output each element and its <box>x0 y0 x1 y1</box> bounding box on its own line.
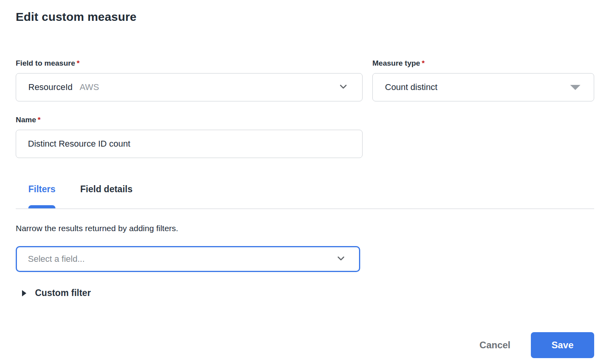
custom-filter-toggle[interactable]: Custom filter <box>16 288 91 298</box>
filter-field-select[interactable]: Select a field... <box>16 246 360 272</box>
field-to-measure-select[interactable]: ResourceId AWS <box>16 73 363 101</box>
field-to-measure-label-text: Field to measure <box>16 59 75 67</box>
field-to-measure-value: ResourceId <box>28 82 73 92</box>
measure-type-select[interactable]: Count distinct <box>372 73 594 101</box>
name-label-text: Name <box>16 116 36 124</box>
edit-custom-measure-dialog: Edit custom measure Field to measure* Re… <box>0 10 604 298</box>
required-asterisk: * <box>77 59 79 67</box>
tab-divider <box>16 208 594 209</box>
field-to-measure-label: Field to measure* <box>16 59 363 68</box>
field-to-measure-source-badge: AWS <box>80 82 99 92</box>
measure-type-group: Measure type* Count distinct <box>372 59 594 101</box>
measure-fields-row: Field to measure* ResourceId AWS Measure… <box>16 59 594 101</box>
custom-filter-label: Custom filter <box>35 288 91 298</box>
cancel-button[interactable]: Cancel <box>479 340 510 351</box>
filter-field-placeholder: Select a field... <box>28 254 85 264</box>
name-input[interactable] <box>16 130 363 158</box>
tab-filters[interactable]: Filters <box>28 184 55 208</box>
triangle-down-icon <box>570 85 580 90</box>
name-group: Name* <box>16 116 594 158</box>
triangle-right-icon <box>22 290 26 296</box>
measure-type-value: Count distinct <box>385 82 437 92</box>
chevron-down-icon <box>335 253 346 265</box>
tab-bar: Filters Field details <box>16 184 594 208</box>
field-to-measure-group: Field to measure* ResourceId AWS <box>16 59 363 101</box>
required-asterisk: * <box>38 116 41 124</box>
required-asterisk: * <box>422 59 424 67</box>
save-button[interactable]: Save <box>531 332 594 358</box>
name-label: Name* <box>16 116 594 124</box>
tab-field-details[interactable]: Field details <box>80 184 133 208</box>
page-title: Edit custom measure <box>16 10 594 24</box>
dialog-footer: Cancel Save <box>479 332 594 358</box>
measure-type-label: Measure type* <box>372 59 594 68</box>
chevron-down-icon <box>338 81 349 94</box>
measure-type-label-text: Measure type <box>372 59 420 67</box>
filters-description: Narrow the results returned by adding fi… <box>16 224 594 233</box>
